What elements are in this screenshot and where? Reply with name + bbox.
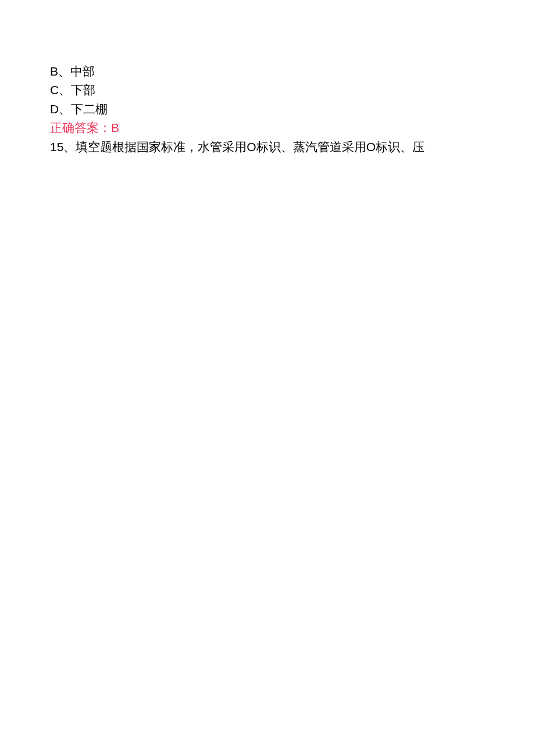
correct-answer: 正确答案：B — [50, 119, 485, 137]
answer-value: B — [111, 121, 119, 134]
question-15: 15、填空题根据国家标准，水管采用O标识、蒸汽管道采用O标识、压 — [50, 138, 485, 156]
answer-label: 正确答案： — [50, 121, 111, 134]
option-c: C、下部 — [50, 81, 485, 99]
option-c-text: 下部 — [71, 83, 95, 96]
option-d: D、下二棚 — [50, 101, 485, 118]
question-15-text: 填空题根据国家标准，水管采用O标识、蒸汽管道采用O标识、压 — [76, 140, 425, 153]
option-b-text: 中部 — [70, 65, 95, 78]
question-15-number: 15 — [50, 140, 63, 153]
option-d-text: 下二棚 — [71, 102, 108, 116]
option-c-letter: C — [50, 83, 59, 96]
option-b: B、中部 — [50, 63, 485, 80]
option-d-letter: D — [50, 102, 59, 116]
option-b-letter: B — [50, 65, 58, 78]
option-b-separator: 、 — [58, 65, 70, 78]
option-d-separator: 、 — [59, 102, 71, 116]
option-c-separator: 、 — [59, 83, 71, 96]
question-15-separator: 、 — [63, 140, 76, 153]
